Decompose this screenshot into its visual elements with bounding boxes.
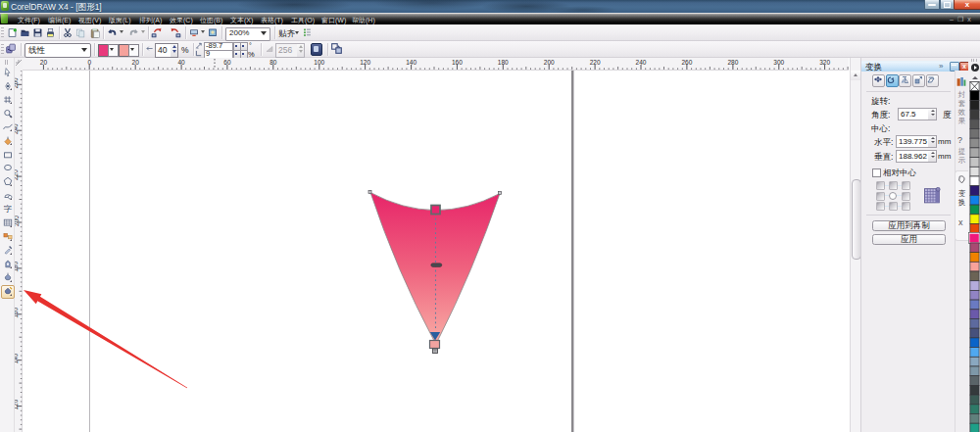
svg-text:260: 260 xyxy=(15,77,20,88)
svg-text:180: 180 xyxy=(15,262,20,272)
svg-text:120: 120 xyxy=(360,59,370,66)
svg-text:320: 320 xyxy=(819,59,830,66)
svg-text:200: 200 xyxy=(544,59,555,66)
svg-text:280: 280 xyxy=(727,59,738,66)
svg-text:140: 140 xyxy=(15,353,20,363)
svg-text:20: 20 xyxy=(132,59,140,66)
svg-text:260: 260 xyxy=(681,59,692,66)
svg-text:300: 300 xyxy=(773,59,784,66)
svg-text:180: 180 xyxy=(498,59,509,66)
svg-text:240: 240 xyxy=(636,59,647,66)
svg-text:200: 200 xyxy=(15,216,20,226)
svg-text:240: 240 xyxy=(15,123,20,134)
svg-text:60: 60 xyxy=(223,59,231,66)
svg-text:220: 220 xyxy=(15,169,20,180)
svg-text:100: 100 xyxy=(314,59,324,66)
svg-text:160: 160 xyxy=(452,59,463,66)
svg-text:80: 80 xyxy=(270,59,277,66)
svg-text:220: 220 xyxy=(590,59,601,66)
svg-text:160: 160 xyxy=(15,307,20,317)
svg-text:字: 字 xyxy=(3,205,12,215)
svg-text:20: 20 xyxy=(40,59,48,66)
svg-text:0: 0 xyxy=(87,59,91,66)
svg-text:140: 140 xyxy=(406,59,416,66)
svg-text:120: 120 xyxy=(15,399,20,409)
svg-text:40: 40 xyxy=(177,59,185,66)
